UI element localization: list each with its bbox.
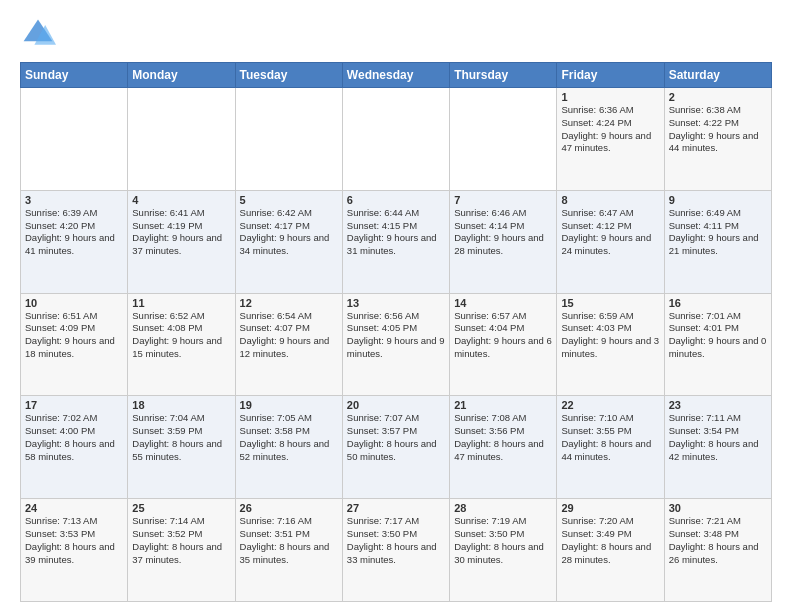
day-number: 27 [347,502,445,514]
day-info: Sunrise: 6:39 AM Sunset: 4:20 PM Dayligh… [25,207,123,258]
day-cell: 5Sunrise: 6:42 AM Sunset: 4:17 PM Daylig… [235,190,342,293]
header-cell-monday: Monday [128,63,235,88]
day-cell: 15Sunrise: 6:59 AM Sunset: 4:03 PM Dayli… [557,293,664,396]
day-cell: 11Sunrise: 6:52 AM Sunset: 4:08 PM Dayli… [128,293,235,396]
day-info: Sunrise: 7:08 AM Sunset: 3:56 PM Dayligh… [454,412,552,463]
week-row-1: 3Sunrise: 6:39 AM Sunset: 4:20 PM Daylig… [21,190,772,293]
day-number: 28 [454,502,552,514]
calendar-header: SundayMondayTuesdayWednesdayThursdayFrid… [21,63,772,88]
day-number: 1 [561,91,659,103]
day-info: Sunrise: 7:05 AM Sunset: 3:58 PM Dayligh… [240,412,338,463]
day-cell [128,88,235,191]
day-cell: 12Sunrise: 6:54 AM Sunset: 4:07 PM Dayli… [235,293,342,396]
day-cell [21,88,128,191]
day-number: 14 [454,297,552,309]
header-row: SundayMondayTuesdayWednesdayThursdayFrid… [21,63,772,88]
day-info: Sunrise: 6:46 AM Sunset: 4:14 PM Dayligh… [454,207,552,258]
day-number: 11 [132,297,230,309]
day-cell: 27Sunrise: 7:17 AM Sunset: 3:50 PM Dayli… [342,499,449,602]
day-cell: 4Sunrise: 6:41 AM Sunset: 4:19 PM Daylig… [128,190,235,293]
header-cell-wednesday: Wednesday [342,63,449,88]
day-cell: 18Sunrise: 7:04 AM Sunset: 3:59 PM Dayli… [128,396,235,499]
day-number: 26 [240,502,338,514]
day-number: 8 [561,194,659,206]
week-row-3: 17Sunrise: 7:02 AM Sunset: 4:00 PM Dayli… [21,396,772,499]
day-number: 2 [669,91,767,103]
day-cell: 17Sunrise: 7:02 AM Sunset: 4:00 PM Dayli… [21,396,128,499]
day-info: Sunrise: 7:13 AM Sunset: 3:53 PM Dayligh… [25,515,123,566]
day-cell: 24Sunrise: 7:13 AM Sunset: 3:53 PM Dayli… [21,499,128,602]
day-info: Sunrise: 7:01 AM Sunset: 4:01 PM Dayligh… [669,310,767,361]
day-cell: 26Sunrise: 7:16 AM Sunset: 3:51 PM Dayli… [235,499,342,602]
day-number: 10 [25,297,123,309]
day-cell: 13Sunrise: 6:56 AM Sunset: 4:05 PM Dayli… [342,293,449,396]
day-cell [450,88,557,191]
day-cell: 2Sunrise: 6:38 AM Sunset: 4:22 PM Daylig… [664,88,771,191]
day-number: 19 [240,399,338,411]
day-number: 15 [561,297,659,309]
day-number: 21 [454,399,552,411]
day-number: 7 [454,194,552,206]
day-info: Sunrise: 7:17 AM Sunset: 3:50 PM Dayligh… [347,515,445,566]
day-cell: 25Sunrise: 7:14 AM Sunset: 3:52 PM Dayli… [128,499,235,602]
day-info: Sunrise: 6:42 AM Sunset: 4:17 PM Dayligh… [240,207,338,258]
day-number: 18 [132,399,230,411]
day-number: 12 [240,297,338,309]
day-info: Sunrise: 6:47 AM Sunset: 4:12 PM Dayligh… [561,207,659,258]
day-number: 6 [347,194,445,206]
day-number: 4 [132,194,230,206]
day-info: Sunrise: 6:44 AM Sunset: 4:15 PM Dayligh… [347,207,445,258]
day-cell: 28Sunrise: 7:19 AM Sunset: 3:50 PM Dayli… [450,499,557,602]
day-cell: 22Sunrise: 7:10 AM Sunset: 3:55 PM Dayli… [557,396,664,499]
day-info: Sunrise: 7:11 AM Sunset: 3:54 PM Dayligh… [669,412,767,463]
day-info: Sunrise: 7:20 AM Sunset: 3:49 PM Dayligh… [561,515,659,566]
header-cell-thursday: Thursday [450,63,557,88]
day-cell: 8Sunrise: 6:47 AM Sunset: 4:12 PM Daylig… [557,190,664,293]
day-info: Sunrise: 6:51 AM Sunset: 4:09 PM Dayligh… [25,310,123,361]
day-info: Sunrise: 6:38 AM Sunset: 4:22 PM Dayligh… [669,104,767,155]
day-cell: 10Sunrise: 6:51 AM Sunset: 4:09 PM Dayli… [21,293,128,396]
day-info: Sunrise: 6:36 AM Sunset: 4:24 PM Dayligh… [561,104,659,155]
day-cell: 19Sunrise: 7:05 AM Sunset: 3:58 PM Dayli… [235,396,342,499]
calendar: SundayMondayTuesdayWednesdayThursdayFrid… [20,62,772,602]
day-number: 3 [25,194,123,206]
day-cell: 23Sunrise: 7:11 AM Sunset: 3:54 PM Dayli… [664,396,771,499]
day-info: Sunrise: 6:59 AM Sunset: 4:03 PM Dayligh… [561,310,659,361]
day-info: Sunrise: 6:52 AM Sunset: 4:08 PM Dayligh… [132,310,230,361]
day-cell: 1Sunrise: 6:36 AM Sunset: 4:24 PM Daylig… [557,88,664,191]
calendar-body: 1Sunrise: 6:36 AM Sunset: 4:24 PM Daylig… [21,88,772,602]
day-cell: 6Sunrise: 6:44 AM Sunset: 4:15 PM Daylig… [342,190,449,293]
day-info: Sunrise: 6:57 AM Sunset: 4:04 PM Dayligh… [454,310,552,361]
day-info: Sunrise: 7:19 AM Sunset: 3:50 PM Dayligh… [454,515,552,566]
header-cell-saturday: Saturday [664,63,771,88]
day-number: 22 [561,399,659,411]
day-info: Sunrise: 6:41 AM Sunset: 4:19 PM Dayligh… [132,207,230,258]
week-row-4: 24Sunrise: 7:13 AM Sunset: 3:53 PM Dayli… [21,499,772,602]
day-cell: 9Sunrise: 6:49 AM Sunset: 4:11 PM Daylig… [664,190,771,293]
day-number: 13 [347,297,445,309]
day-cell: 7Sunrise: 6:46 AM Sunset: 4:14 PM Daylig… [450,190,557,293]
day-cell: 29Sunrise: 7:20 AM Sunset: 3:49 PM Dayli… [557,499,664,602]
week-row-2: 10Sunrise: 6:51 AM Sunset: 4:09 PM Dayli… [21,293,772,396]
day-number: 16 [669,297,767,309]
day-number: 9 [669,194,767,206]
day-number: 17 [25,399,123,411]
day-info: Sunrise: 6:54 AM Sunset: 4:07 PM Dayligh… [240,310,338,361]
day-number: 20 [347,399,445,411]
day-info: Sunrise: 7:10 AM Sunset: 3:55 PM Dayligh… [561,412,659,463]
day-cell: 30Sunrise: 7:21 AM Sunset: 3:48 PM Dayli… [664,499,771,602]
day-number: 30 [669,502,767,514]
calendar-table: SundayMondayTuesdayWednesdayThursdayFrid… [20,62,772,602]
day-cell [342,88,449,191]
day-number: 24 [25,502,123,514]
day-info: Sunrise: 7:16 AM Sunset: 3:51 PM Dayligh… [240,515,338,566]
header-cell-tuesday: Tuesday [235,63,342,88]
day-info: Sunrise: 6:56 AM Sunset: 4:05 PM Dayligh… [347,310,445,361]
day-cell [235,88,342,191]
day-cell: 3Sunrise: 6:39 AM Sunset: 4:20 PM Daylig… [21,190,128,293]
logo-icon [20,16,56,52]
day-cell: 16Sunrise: 7:01 AM Sunset: 4:01 PM Dayli… [664,293,771,396]
day-info: Sunrise: 7:07 AM Sunset: 3:57 PM Dayligh… [347,412,445,463]
header [20,16,772,52]
header-cell-sunday: Sunday [21,63,128,88]
